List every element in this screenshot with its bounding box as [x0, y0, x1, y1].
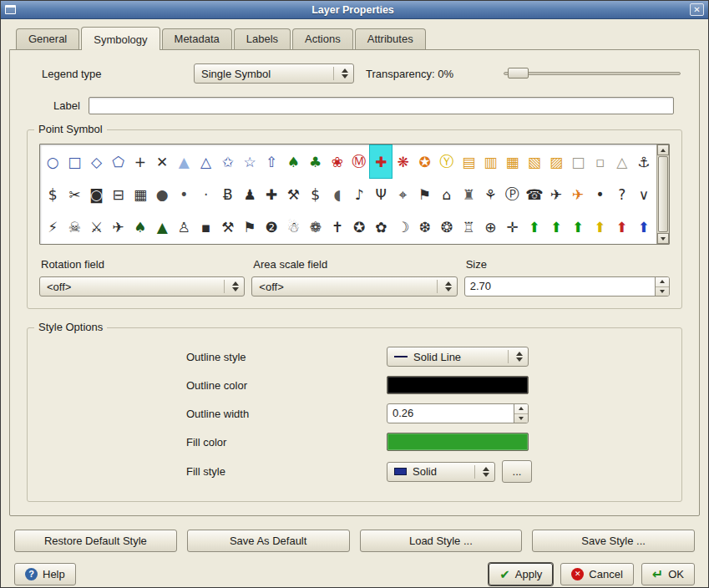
symbol-cell[interactable]: ⌖ — [392, 178, 413, 210]
symbol-cell[interactable]: □ — [567, 145, 589, 178]
symbol-cell[interactable]: ◙ — [85, 178, 107, 210]
symbol-cell[interactable]: ⚑ — [239, 210, 261, 243]
symbol-cell[interactable]: ▧ — [524, 145, 545, 178]
symbol-cell[interactable]: ? — [611, 178, 633, 210]
symbol-cell[interactable]: ⬆ — [589, 210, 610, 243]
symbol-cell[interactable]: $ — [42, 178, 63, 210]
symbol-cell[interactable]: · — [195, 178, 216, 210]
restore-default-style-button[interactable]: Restore Default Style — [14, 530, 177, 552]
symbol-cell[interactable]: ☆ — [239, 145, 261, 178]
title-bar[interactable]: Layer Properties ✕ — [1, 1, 708, 19]
symbol-cell[interactable]: ♟ — [239, 178, 261, 210]
transparency-slider[interactable] — [504, 65, 681, 82]
outline-style-select[interactable]: Solid Line — [387, 347, 529, 367]
symbol-cell[interactable]: ▥ — [479, 145, 501, 178]
symbol-cell[interactable]: ▦ — [501, 145, 523, 178]
symbol-cell[interactable]: ☽ — [392, 210, 413, 243]
symbol-cell[interactable]: ☎ — [524, 178, 545, 210]
symbol-cell[interactable]: ⚒ — [282, 178, 304, 210]
rotation-field-select[interactable]: <off> — [39, 276, 245, 297]
symbol-cell[interactable]: • — [589, 178, 610, 210]
symbol-cell[interactable]: Ⓨ — [436, 145, 458, 178]
area-scale-field-select[interactable]: <off> — [251, 276, 457, 297]
symbol-cell[interactable]: ⌂ — [436, 178, 458, 210]
size-spinner[interactable]: 2.70 — [464, 276, 670, 297]
symbol-scrollbar[interactable] — [656, 144, 669, 244]
symbol-cell[interactable]: ♖ — [458, 210, 479, 243]
scroll-down-icon[interactable] — [657, 233, 669, 244]
symbol-cell[interactable]: ♠ — [129, 210, 151, 243]
symbol-cell[interactable]: ☃ — [282, 210, 304, 243]
scrollbar-thumb[interactable] — [658, 156, 668, 232]
symbol-cell[interactable]: Ƀ — [217, 178, 239, 210]
spin-up-icon[interactable] — [514, 404, 528, 413]
symbol-cell[interactable]: ◖ — [327, 178, 348, 210]
symbol-cell[interactable]: ❋ — [392, 145, 413, 178]
symbol-cell[interactable]: ✛ — [501, 210, 523, 243]
symbol-cell[interactable]: ♪ — [348, 178, 370, 210]
symbol-cell[interactable]: ⚑ — [414, 178, 436, 210]
symbol-cell[interactable]: ⚒ — [217, 210, 239, 243]
symbol-cell[interactable]: + — [129, 145, 151, 178]
symbol-cell[interactable]: Ⓜ — [348, 145, 370, 178]
tab-symbology[interactable]: Symbology — [81, 27, 160, 50]
tab-actions[interactable]: Actions — [292, 28, 353, 49]
symbol-cell[interactable]: ✂ — [63, 178, 85, 210]
symbol-cell[interactable]: ✝ — [327, 210, 348, 243]
symbol-cell[interactable]: ⚘ — [479, 178, 501, 210]
symbol-cell[interactable]: • — [173, 178, 195, 210]
symbol-cell[interactable]: ▤ — [458, 145, 479, 178]
symbol-cell[interactable]: ⬆ — [633, 210, 655, 243]
symbol-cell[interactable]: ◇ — [85, 145, 107, 178]
symbol-cell[interactable]: ✪ — [414, 145, 436, 178]
symbol-cell[interactable]: ⇧ — [261, 145, 282, 178]
symbol-cell[interactable]: ✚ — [261, 178, 282, 210]
fill-color-button[interactable] — [387, 433, 529, 451]
symbol-cell[interactable]: Ⓟ — [501, 178, 523, 210]
cancel-button[interactable]: ✕ Cancel — [560, 563, 633, 585]
load-style-button[interactable]: Load Style ... — [360, 530, 523, 552]
symbol-cell[interactable]: ∨ — [633, 178, 655, 210]
symbol-cell[interactable]: $ — [305, 178, 327, 210]
symbol-cell[interactable]: ⬆ — [567, 210, 589, 243]
symbol-cell[interactable]: ♠ — [282, 145, 304, 178]
symbol-cell[interactable]: ● — [151, 178, 173, 210]
symbol-cell[interactable]: Ψ — [370, 178, 392, 210]
symbol-cell-selected[interactable]: ✚ — [370, 145, 392, 178]
symbol-cell[interactable]: □ — [63, 145, 85, 178]
symbol-cell[interactable]: ▪ — [195, 210, 216, 243]
slider-handle[interactable] — [508, 68, 529, 79]
symbol-cell[interactable]: ♙ — [173, 210, 195, 243]
apply-button[interactable]: ✔ Apply — [489, 563, 553, 585]
close-button[interactable]: ✕ — [690, 3, 704, 16]
symbol-cell[interactable]: ✩ — [217, 145, 239, 178]
symbol-cell[interactable]: △ — [195, 145, 216, 178]
symbol-cell[interactable]: ♣ — [305, 145, 327, 178]
tab-general[interactable]: General — [16, 28, 79, 49]
symbol-cell[interactable]: ▦ — [129, 178, 151, 210]
symbol-cell[interactable]: ⚡ — [42, 210, 63, 243]
symbol-cell[interactable]: △ — [611, 145, 633, 178]
help-button[interactable]: ? Help — [14, 563, 76, 585]
symbol-cell[interactable]: ○ — [42, 145, 63, 178]
symbol-cell[interactable]: ⊕ — [479, 210, 501, 243]
symbol-cell[interactable]: ❁ — [305, 210, 327, 243]
symbol-cell[interactable]: ⬆ — [545, 210, 567, 243]
save-as-default-button[interactable]: Save As Default — [187, 530, 350, 552]
symbol-cell[interactable]: ▫ — [589, 145, 610, 178]
symbol-cell[interactable]: ⬆ — [524, 210, 545, 243]
label-input[interactable] — [89, 97, 674, 114]
symbol-cell[interactable]: ❆ — [414, 210, 436, 243]
symbol-cell[interactable]: ▨ — [545, 145, 567, 178]
outline-width-spinner[interactable]: 0.26 — [387, 403, 529, 423]
symbol-cell[interactable]: ☠ — [63, 210, 85, 243]
symbol-cell[interactable]: ❀ — [327, 145, 348, 178]
spin-down-icon[interactable] — [514, 413, 528, 423]
symbol-cell[interactable]: ✕ — [151, 145, 173, 178]
fill-style-more-button[interactable]: ... — [502, 460, 532, 483]
spin-down-icon[interactable] — [656, 286, 669, 297]
spin-up-icon[interactable] — [656, 277, 669, 286]
symbol-cell[interactable]: ⚓ — [633, 145, 655, 178]
symbol-cell[interactable]: ▲ — [173, 145, 195, 178]
legend-type-select[interactable]: Single Symbol — [194, 63, 354, 84]
